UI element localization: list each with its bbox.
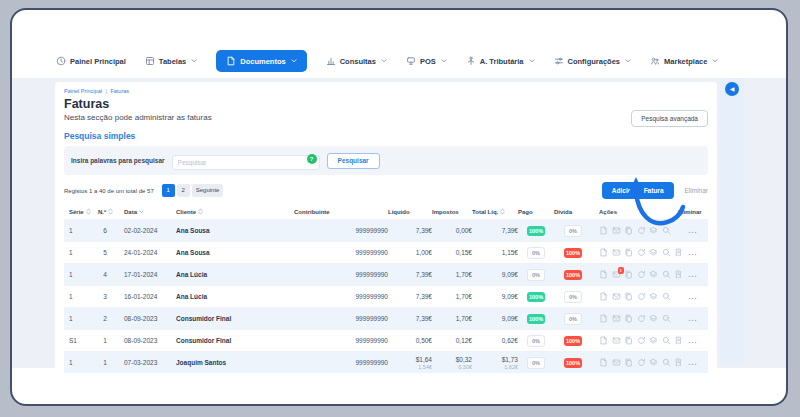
nav-item-tabelas[interactable]: Tabelas [145, 56, 197, 66]
col-header-4[interactable]: Cliente [172, 208, 294, 215]
delete-action-label[interactable]: Eliminar [685, 187, 708, 194]
next-page-button[interactable]: Seguinte [192, 184, 224, 197]
cell-cliente[interactable]: Ana Lúcia [172, 271, 294, 278]
copy-icon[interactable] [624, 226, 633, 235]
cell-cliente[interactable]: Consumidor Final [172, 337, 294, 344]
file-icon[interactable] [599, 314, 608, 323]
help-icon[interactable]: ? [307, 154, 317, 164]
mail-icon[interactable] [612, 358, 621, 367]
col-header-6: Líquido [388, 209, 432, 215]
nav-item-configuracoes[interactable]: Configurações [554, 56, 632, 66]
row-more-button[interactable]: ... [689, 249, 698, 256]
content-area: Painel Principal | Faturas Faturas Nesta… [12, 78, 786, 368]
file-icon[interactable] [599, 358, 608, 367]
advanced-search-button[interactable]: Pesquisa avançada [631, 110, 708, 127]
col-header-1[interactable]: Série [64, 208, 90, 215]
col-header-2[interactable]: N.º [90, 208, 120, 215]
nav-item-pos[interactable]: POS [406, 56, 447, 66]
pos-icon [406, 56, 416, 66]
search-icon[interactable] [662, 226, 671, 235]
row-more-button[interactable]: ... [689, 293, 698, 300]
file-icon[interactable] [599, 226, 608, 235]
mail-icon[interactable]: 1 [612, 270, 621, 279]
row-more-button[interactable]: ... [689, 315, 698, 322]
mail-icon[interactable] [612, 336, 621, 345]
refresh-icon[interactable] [637, 314, 646, 323]
row-more-button[interactable]: ... [689, 337, 698, 344]
breadcrumb-current[interactable]: Faturas [110, 88, 129, 94]
copy-icon[interactable] [624, 270, 633, 279]
search-icon[interactable] [662, 248, 671, 257]
cell-cliente[interactable]: Ana Sousa [172, 249, 294, 256]
cell-acoes [592, 248, 678, 257]
nav-item-consultas[interactable]: Consultas [326, 56, 387, 66]
cell-divida: 100% [554, 336, 592, 346]
copy-icon[interactable] [624, 292, 633, 301]
file-icon[interactable] [599, 270, 608, 279]
nav-item-painel-principal[interactable]: Painel Principal [56, 56, 126, 66]
cell-liq: 7,39€ [388, 315, 432, 322]
receipt-icon[interactable] [674, 248, 683, 257]
collapse-panel-button[interactable]: ◀ [725, 82, 739, 96]
chevron-down-icon [712, 59, 718, 63]
search-icon[interactable] [662, 336, 671, 345]
mail-icon[interactable] [612, 248, 621, 257]
layers-icon[interactable] [649, 226, 658, 235]
refresh-icon[interactable] [637, 226, 646, 235]
search-input[interactable] [172, 155, 320, 170]
cell-data: 08-09-2023 [120, 337, 172, 344]
file-icon[interactable] [599, 292, 608, 301]
page-button-1[interactable]: 1 [162, 184, 175, 197]
copy-icon[interactable] [624, 314, 633, 323]
debt-badge: 0% [564, 291, 582, 303]
file-icon[interactable] [599, 248, 608, 257]
search-button[interactable]: Pesquisar [327, 153, 380, 169]
copy-icon[interactable] [624, 336, 633, 345]
nav-item-marketplace[interactable]: Marketplace [650, 56, 718, 66]
refresh-icon[interactable] [637, 292, 646, 301]
simple-search-label[interactable]: Pesquisa simples [64, 131, 708, 141]
layers-icon[interactable] [649, 292, 658, 301]
col-header-8[interactable]: Total Líq. [472, 208, 518, 215]
row-more-button[interactable]: ... [689, 359, 698, 366]
search-icon[interactable] [662, 292, 671, 301]
layers-icon[interactable] [649, 358, 658, 367]
layers-icon[interactable] [649, 270, 658, 279]
search-icon[interactable] [662, 314, 671, 323]
sort-icon [108, 208, 113, 215]
refresh-icon[interactable] [637, 358, 646, 367]
cell-total: 9,09€ [472, 271, 518, 278]
cell-cliente[interactable]: Consumidor Final [172, 315, 294, 322]
copy-icon[interactable] [624, 358, 633, 367]
refresh-icon[interactable] [637, 248, 646, 257]
mail-icon[interactable] [612, 314, 621, 323]
refresh-icon[interactable] [637, 336, 646, 345]
receipt-icon[interactable] [674, 336, 683, 345]
layers-icon[interactable] [649, 336, 658, 345]
page-button-2[interactable]: 2 [177, 184, 190, 197]
mail-icon[interactable] [612, 226, 621, 235]
add-invoice-button[interactable]: Adicionar Fatura [602, 182, 674, 199]
col-header-3[interactable]: Data [120, 209, 172, 215]
copy-icon[interactable] [624, 248, 633, 257]
cell-serie: 1 [64, 249, 90, 256]
refresh-icon[interactable] [637, 270, 646, 279]
layers-icon[interactable] [649, 314, 658, 323]
layers-icon[interactable] [649, 248, 658, 257]
cell-cliente[interactable]: Joaquim Santos [172, 359, 294, 366]
search-icon[interactable] [662, 270, 671, 279]
search-icon[interactable] [662, 358, 671, 367]
nav-item-documentos[interactable]: Documentos [216, 50, 306, 72]
row-more-button[interactable]: ... [689, 227, 698, 234]
row-more-button[interactable]: ... [689, 271, 698, 278]
chevron-down-icon [291, 59, 297, 63]
cell-cliente[interactable]: Ana Sousa [172, 227, 294, 234]
nav-item-tributaria[interactable]: A. Tributária [466, 56, 535, 66]
file-icon[interactable] [599, 336, 608, 345]
cell-cliente[interactable]: Ana Lúcia [172, 293, 294, 300]
col-header-11: Ações [592, 209, 678, 215]
breadcrumb-home[interactable]: Painel Principal [64, 88, 102, 94]
mail-icon[interactable] [612, 292, 621, 301]
receipt-icon[interactable] [674, 358, 683, 367]
receipt-icon[interactable] [674, 270, 683, 279]
